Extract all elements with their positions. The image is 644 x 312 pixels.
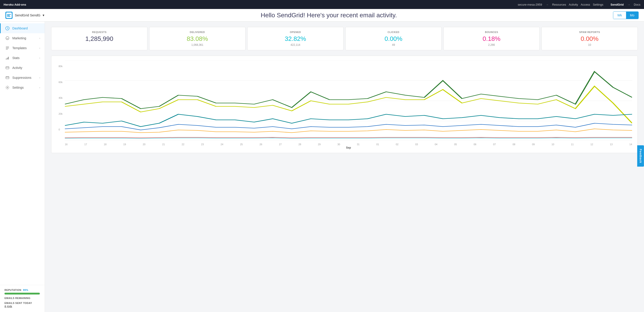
stat-label-opened: OPENED [252,31,339,34]
stat-sub-clicked: 49 [350,43,437,46]
sidebar-label-marketing: Marketing [12,36,36,40]
sidebar-label-suppressions: Suppressions [12,76,36,80]
stats-icon [5,56,10,60]
main-layout: Dashboard Marketing › Templates › Stats … [0,22,644,312]
sidebar-bottom: REPUTATION 99% EMAILS REMAINING EMAILS S… [0,285,45,312]
sub-header: SendGrid SendG ▾ Hello SendGrid! Here's … [0,9,644,22]
marketing-chevron: › [39,37,40,40]
stats-row: REQUESTS 1,285,990 DELIVERED 83.08% 1,06… [51,27,638,50]
svg-point-6 [6,36,9,40]
sidebar-item-stats[interactable]: Stats › [0,53,45,63]
sidebar-label-stats: Stats [12,56,36,60]
time-month-button[interactable]: Mo [626,12,638,19]
nav-resources[interactable]: Resources [552,3,566,6]
sidebar-item-marketing[interactable]: Marketing › [0,33,45,43]
sidebar-label-dashboard: Dashboard [12,26,40,30]
emails-remaining-label: EMAILS REMAINING [4,297,40,300]
chart-x-sep: Sep [65,146,632,149]
stat-value-spam: 0.00% [546,35,634,42]
sidebar-item-templates[interactable]: Templates › [0,43,45,53]
stat-sub-delivered: 1,068,361 [154,43,241,46]
stat-sub-opened: 422,114 [252,43,339,46]
stat-value-bounces: 0.18% [448,35,536,42]
sidebar-label-templates: Templates [12,46,36,50]
brand-title: Heroku Add-ons [4,3,26,6]
top-nav: Heroku Add-ons secure-mesa-2959 → Resour… [0,0,644,9]
stats-chevron: › [39,56,40,59]
templates-chevron: › [39,47,40,50]
sidebar-item-settings[interactable]: Settings › [0,82,45,92]
stat-card-opened: OPENED 32.82% 422,114 [247,27,344,50]
logo-text: SendGrid SendG [15,13,40,17]
content-area: REQUESTS 1,285,990 DELIVERED 83.08% 1,06… [45,22,644,312]
reputation-percent: 99% [23,289,28,291]
settings-icon [5,85,10,90]
chart-svg [65,60,632,141]
stat-card-spam: SPAM REPORTS 0.00% 10 [542,27,638,50]
settings-chevron: › [39,86,40,89]
nav-settings[interactable]: Settings [593,3,604,6]
sidebar-item-activity[interactable]: Activity [0,63,45,73]
stat-value-opened: 32.82% [252,35,339,42]
suppressions-chevron: › [39,76,40,79]
svg-rect-14 [6,76,9,79]
stat-label-spam: SPAM REPORTS [546,31,634,34]
sidebar-label-activity: Activity [12,66,40,70]
nav-access[interactable]: Access [581,3,590,6]
sidebar-item-dashboard[interactable]: Dashboard [0,23,45,33]
svg-rect-8 [6,48,9,48]
stat-sub-bounces: 2,266 [448,43,536,46]
chart-container: 80k 60k 40k 20k 0 [51,56,638,153]
svg-rect-10 [6,58,6,60]
svg-point-15 [7,87,8,88]
stat-card-requests: REQUESTS 1,285,990 [51,27,148,50]
svg-rect-9 [6,49,8,50]
app-name: secure-mesa-2959 [518,3,542,6]
stat-value-clicked: 0.00% [350,35,437,42]
feedback-tab[interactable]: Feedback [637,145,644,166]
stat-value-delivered: 83.08% [154,35,241,42]
reputation-bar-fill [4,293,40,294]
stat-card-delivered: DELIVERED 83.08% 1,068,361 [149,27,246,50]
stat-label-requests: REQUESTS [56,31,143,34]
sendgrid-logo-icon [6,12,12,19]
chart-y-labels: 80k 60k 40k 20k 0 [58,65,62,131]
time-week-button[interactable]: Wk [613,12,626,19]
templates-icon [5,46,10,50]
dashboard-icon [5,26,10,30]
stat-card-clicked: CLICKED 0.00% 49 [345,27,442,50]
svg-rect-12 [8,57,9,60]
stat-label-delivered: DELIVERED [154,31,241,34]
stat-card-bounces: BOUNCES 0.18% 2,266 [444,27,540,50]
marketing-icon [5,36,10,40]
activity-icon [5,66,10,70]
svg-rect-4 [7,16,10,16]
stat-value-requests: 1,285,990 [56,35,143,42]
sidebar-item-suppressions[interactable]: Suppressions › [0,73,45,82]
emails-sent-value: 8.64k [4,305,40,308]
page-title: Hello SendGrid! Here's your recent email… [44,12,613,19]
svg-rect-2 [7,14,11,14]
nav-docs[interactable]: Docs [634,3,640,6]
suppressions-icon [5,76,10,80]
logo-chevron: ▾ [43,13,44,17]
svg-rect-3 [7,15,10,16]
emails-sent-label: EMAILS SENT TODAY [4,302,40,304]
svg-rect-13 [6,67,9,69]
svg-rect-7 [6,47,9,47]
logo-area[interactable]: SendGrid SendG ▾ [6,12,44,19]
sidebar: Dashboard Marketing › Templates › Stats … [0,22,45,312]
svg-rect-11 [7,58,8,60]
stat-label-bounces: BOUNCES [448,31,536,34]
reputation-bar-bg [4,293,40,294]
time-toggle: Wk Mo [613,12,638,19]
nav-activity[interactable]: Activity [569,3,578,6]
arrow2: → [627,3,630,6]
arrow1: → [546,3,549,6]
stat-sub-spam: 10 [546,43,634,46]
reputation-label: REPUTATION 99% [4,289,40,291]
stat-label-clicked: CLICKED [350,31,437,34]
nav-sendgrid[interactable]: SendGrid [610,3,624,6]
sidebar-label-settings: Settings [12,86,36,89]
